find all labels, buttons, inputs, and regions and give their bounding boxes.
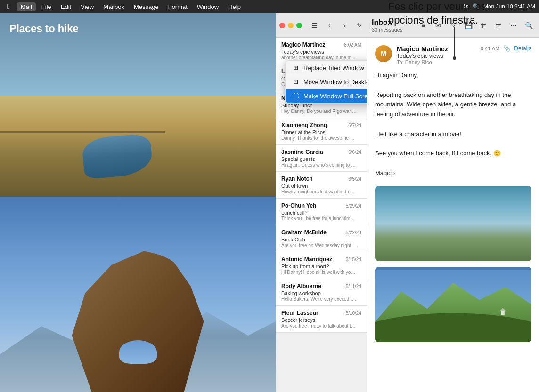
email-preview-2: Hey Danny, Do you and Rigo want to come … xyxy=(281,109,357,114)
email-item-7[interactable]: Graham McBride 5/22/24 Book Club Are you… xyxy=(276,225,367,252)
email-subject-5: Out of town xyxy=(281,183,361,189)
archive-button[interactable]: 💾 xyxy=(462,19,475,32)
email-sender-5: Ryan Notch xyxy=(281,176,313,182)
sidebar-toggle-button[interactable]: ☰ xyxy=(308,19,321,32)
minimize-button[interactable] xyxy=(288,23,294,28)
email-meta: Magico Martinez Today's epic views To: D… xyxy=(397,45,448,65)
email-date-4: 6/6/24 xyxy=(348,150,361,155)
inbox-title: Inbox xyxy=(372,18,392,27)
photo-bottom xyxy=(0,197,276,392)
search-icon[interactable]: 🔍 xyxy=(473,3,480,10)
email-timestamp: 9:41 AM xyxy=(481,46,499,51)
email-preview-4: Hi again. Guess who's coming to town wit… xyxy=(281,162,357,168)
move-desktop-icon: ⊡ xyxy=(292,78,300,86)
svg-point-2 xyxy=(375,313,531,342)
email-date-5: 6/5/24 xyxy=(348,176,361,182)
email-preview-6: Think you'll be free for a lunchtime cha… xyxy=(281,216,357,221)
details-button[interactable]: Details xyxy=(514,45,531,52)
river xyxy=(81,133,153,179)
context-menu-replace-tiled[interactable]: ⊞ Replace Tiled Window xyxy=(286,61,368,75)
sort-button[interactable]: ≡ xyxy=(416,19,430,32)
fullscreen-icon: ⛶ xyxy=(292,92,300,100)
email-preview-8: Hi Danny! Hope all is well with you. I'm… xyxy=(281,270,357,275)
fence xyxy=(0,131,165,133)
email-landscape-svg xyxy=(375,267,531,342)
email-actions: 9:41 AM 📎 Details xyxy=(481,45,531,52)
unread-button[interactable]: ✉ xyxy=(432,19,445,32)
search-button[interactable]: 🔍 xyxy=(522,19,535,32)
menubar-mailbox[interactable]: Mailbox xyxy=(99,2,128,11)
email-sender-6: Po-Chun Yeh xyxy=(281,202,316,209)
content-area: Places to hike ☰ xyxy=(0,13,539,392)
menubar-help[interactable]: Help xyxy=(224,2,245,11)
email-date-3: 6/7/24 xyxy=(348,123,361,128)
photo-top xyxy=(0,13,276,197)
mail-toolbar-right: ≡ ✉ ✎ 💾 🗑 🗑 ⋯ 🔍 xyxy=(416,19,535,32)
email-date-6: 5/29/24 xyxy=(346,203,361,208)
inbox-title-section: Inbox 33 messages xyxy=(368,18,406,32)
email-subject-7: Book Club xyxy=(281,237,361,242)
back-button[interactable]: ‹ xyxy=(323,19,336,32)
email-preview-3: Danny, Thanks for the awesome evening! I… xyxy=(281,136,357,141)
email-detail-header: M Magico Martinez Today's epic views To:… xyxy=(375,45,531,65)
email-item-10[interactable]: Fleur Lasseur 5/10/24 Soccer jerseys Are… xyxy=(276,306,367,333)
email-body-text: Hi again Danny, Reporting back on anothe… xyxy=(375,71,531,178)
email-sender-9: Rody Albuerne xyxy=(281,283,321,289)
avatar: M xyxy=(375,45,392,62)
email-subject-3: Dinner at the Ricos' xyxy=(281,129,361,135)
email-list[interactable]: ⊞ Replace Tiled Window ⊡ Move Window to … xyxy=(276,38,368,392)
delete-button[interactable]: 🗑 xyxy=(477,19,490,32)
email-item-8[interactable]: Antonio Manriquez 5/15/24 Pick up from a… xyxy=(276,252,367,279)
fullscreen-button[interactable] xyxy=(296,23,302,28)
menubar-window[interactable]: Window xyxy=(193,2,222,11)
menubar-edit[interactable]: Edit xyxy=(57,2,75,11)
menubar-file[interactable]: File xyxy=(38,2,55,11)
email-date-8: 5/15/24 xyxy=(346,257,361,262)
close-button[interactable] xyxy=(279,23,285,28)
email-preview-0: another breathtaking day in the m... xyxy=(281,55,357,60)
email-photo-top xyxy=(375,186,531,261)
email-preview-10: Are you free Friday to talk about the ne… xyxy=(281,323,357,328)
email-date-9: 5/11/24 xyxy=(346,284,361,289)
context-menu-replace-tiled-label: Replace Tiled Window xyxy=(303,64,364,72)
email-from-name: Magico Martinez xyxy=(397,45,448,53)
svg-rect-3 xyxy=(501,311,504,315)
apple-menu[interactable]:  xyxy=(4,2,13,11)
email-detail: M Magico Martinez Today's epic views To:… xyxy=(368,38,539,392)
email-from-section: M Magico Martinez Today's epic views To:… xyxy=(375,45,448,65)
river-scene xyxy=(0,96,276,197)
mail-toolbar: ☰ ‹ › ✎ Inbox 33 messages ≡ ✉ ✎ 💾 🗑 🗑 ⋯ … xyxy=(276,13,539,38)
context-menu-fullscreen[interactable]: ⛶ Make Window Full Screen xyxy=(286,89,368,103)
new-message-button[interactable]: ✎ xyxy=(447,19,460,32)
context-menu-move-to-desktop[interactable]: ⊡ Move Window to Desktop xyxy=(286,75,368,89)
email-item-3[interactable]: Xiaomeng Zhong 6/7/24 Dinner at the Rico… xyxy=(276,118,367,145)
email-preview-7: Are you free on Wednesday night? Can't w… xyxy=(281,243,357,248)
menubar-view[interactable]: View xyxy=(77,2,98,11)
email-sender-8: Antonio Manriquez xyxy=(281,256,332,263)
menubar-format[interactable]: Format xyxy=(164,2,191,11)
email-subject-8: Pick up from airport? xyxy=(281,264,361,269)
mail-panel: ☰ ‹ › ✎ Inbox 33 messages ≡ ✉ ✎ 💾 🗑 🗑 ⋯ … xyxy=(276,13,539,392)
email-date-10: 5/10/24 xyxy=(346,311,361,316)
more-button[interactable]: ⋯ xyxy=(507,19,520,32)
context-menu-fullscreen-label: Make Window Full Screen xyxy=(303,93,368,100)
email-to: To: Danny Rico xyxy=(397,59,448,65)
email-item-9[interactable]: Rody Albuerne 5/11/24 Baking workshop He… xyxy=(276,279,367,306)
menubar-mail[interactable]: Mail xyxy=(17,2,36,11)
mail-body: ⊞ Replace Tiled Window ⊡ Move Window to … xyxy=(276,38,539,392)
menubar:  Mail File Edit View Mailbox Message Fo… xyxy=(0,0,539,13)
wifi-icon: ⌘ xyxy=(463,3,469,10)
forward-button[interactable]: › xyxy=(338,19,351,32)
email-subject-4: Special guests xyxy=(281,156,361,162)
menubar-right: ⌘ 🔍 Mon Jun 10 9:41 AM xyxy=(463,3,535,10)
trash-button[interactable]: 🗑 xyxy=(492,19,505,32)
context-menu: ⊞ Replace Tiled Window ⊡ Move Window to … xyxy=(285,60,368,104)
inbox-count: 33 messages xyxy=(372,27,402,32)
email-sender-7: Graham McBride xyxy=(281,229,327,236)
email-item-6[interactable]: Po-Chun Yeh 5/29/24 Lunch call? Think yo… xyxy=(276,199,367,225)
email-item-5[interactable]: Ryan Notch 6/5/24 Out of town Howdy, nei… xyxy=(276,172,367,199)
menubar-message[interactable]: Message xyxy=(130,2,163,11)
arch-scene xyxy=(0,197,276,392)
email-item-4[interactable]: Jasmine Garcia 6/6/24 Special guests Hi … xyxy=(276,145,367,172)
compose-button[interactable]: ✎ xyxy=(353,19,366,32)
